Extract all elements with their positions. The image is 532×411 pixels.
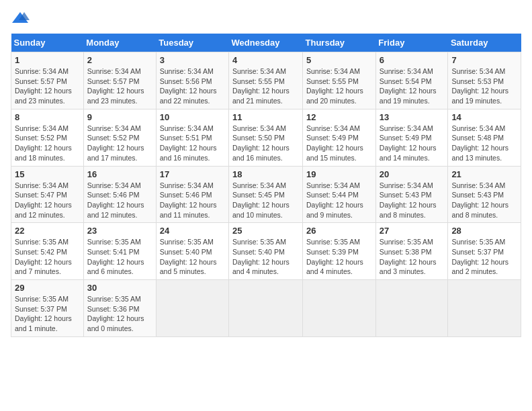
calendar-week-row: 8 Sunrise: 5:34 AM Sunset: 5:52 PM Dayli… — [11, 109, 521, 166]
weekday-header-thursday: Thursday — [303, 34, 376, 52]
day-number: 26 — [306, 226, 372, 236]
calendar-cell: 9 Sunrise: 5:34 AM Sunset: 5:52 PM Dayli… — [83, 109, 156, 166]
day-detail: Sunrise: 5:35 AM Sunset: 5:41 PM Dayligh… — [87, 237, 152, 277]
day-detail: Sunrise: 5:35 AM Sunset: 5:37 PM Dayligh… — [15, 294, 80, 334]
day-detail: Sunrise: 5:34 AM Sunset: 5:56 PM Dayligh… — [160, 66, 225, 106]
day-detail: Sunrise: 5:35 AM Sunset: 5:38 PM Dayligh… — [380, 237, 445, 277]
calendar-cell: 16 Sunrise: 5:34 AM Sunset: 5:46 PM Dayl… — [83, 166, 156, 223]
calendar-cell: 19 Sunrise: 5:34 AM Sunset: 5:44 PM Dayl… — [303, 166, 376, 223]
day-number: 12 — [306, 112, 372, 122]
calendar-cell: 10 Sunrise: 5:34 AM Sunset: 5:51 PM Dayl… — [156, 109, 228, 166]
day-detail: Sunrise: 5:34 AM Sunset: 5:55 PM Dayligh… — [306, 66, 372, 106]
calendar-body: 1 Sunrise: 5:34 AM Sunset: 5:57 PM Dayli… — [11, 52, 521, 337]
day-number: 22 — [15, 226, 80, 236]
logo — [11, 11, 32, 26]
weekday-header-wednesday: Wednesday — [229, 34, 303, 52]
day-number: 28 — [451, 226, 517, 236]
calendar-cell: 25 Sunrise: 5:35 AM Sunset: 5:40 PM Dayl… — [229, 223, 303, 280]
day-detail: Sunrise: 5:35 AM Sunset: 5:37 PM Dayligh… — [451, 237, 517, 277]
calendar-cell: 21 Sunrise: 5:34 AM Sunset: 5:43 PM Dayl… — [448, 166, 521, 223]
calendar-cell — [375, 280, 448, 337]
calendar-week-row: 15 Sunrise: 5:34 AM Sunset: 5:47 PM Dayl… — [11, 166, 521, 223]
calendar-cell: 15 Sunrise: 5:34 AM Sunset: 5:47 PM Dayl… — [11, 166, 84, 223]
day-detail: Sunrise: 5:35 AM Sunset: 5:40 PM Dayligh… — [160, 237, 225, 277]
day-detail: Sunrise: 5:34 AM Sunset: 5:51 PM Dayligh… — [160, 124, 225, 163]
day-number: 23 — [87, 226, 152, 236]
calendar-cell — [448, 280, 521, 337]
day-detail: Sunrise: 5:34 AM Sunset: 5:54 PM Dayligh… — [380, 66, 445, 106]
weekday-header-saturday: Saturday — [448, 34, 521, 52]
calendar-cell: 8 Sunrise: 5:34 AM Sunset: 5:52 PM Dayli… — [11, 109, 84, 166]
day-number: 17 — [160, 169, 225, 179]
weekday-header-sunday: Sunday — [11, 34, 84, 52]
day-number: 15 — [15, 169, 80, 179]
calendar-cell: 11 Sunrise: 5:34 AM Sunset: 5:50 PM Dayl… — [229, 109, 303, 166]
day-number: 5 — [306, 55, 372, 65]
day-detail: Sunrise: 5:34 AM Sunset: 5:50 PM Dayligh… — [232, 124, 299, 163]
day-detail: Sunrise: 5:35 AM Sunset: 5:39 PM Dayligh… — [306, 237, 372, 277]
day-number: 13 — [380, 112, 445, 122]
calendar-cell: 20 Sunrise: 5:34 AM Sunset: 5:43 PM Dayl… — [375, 166, 448, 223]
calendar-cell: 23 Sunrise: 5:35 AM Sunset: 5:41 PM Dayl… — [83, 223, 156, 280]
day-detail: Sunrise: 5:34 AM Sunset: 5:52 PM Dayligh… — [87, 124, 152, 163]
calendar-cell: 2 Sunrise: 5:34 AM Sunset: 5:57 PM Dayli… — [83, 52, 156, 109]
calendar-cell: 1 Sunrise: 5:34 AM Sunset: 5:57 PM Dayli… — [11, 52, 84, 109]
calendar-week-row: 1 Sunrise: 5:34 AM Sunset: 5:57 PM Dayli… — [11, 52, 521, 109]
day-detail: Sunrise: 5:34 AM Sunset: 5:47 PM Dayligh… — [15, 181, 80, 220]
weekday-header-row: SundayMondayTuesdayWednesdayThursdayFrid… — [11, 34, 521, 52]
calendar-cell: 29 Sunrise: 5:35 AM Sunset: 5:37 PM Dayl… — [11, 280, 84, 337]
day-number: 14 — [451, 112, 517, 122]
logo-icon — [11, 11, 30, 26]
day-detail: Sunrise: 5:34 AM Sunset: 5:43 PM Dayligh… — [451, 181, 517, 220]
day-number: 2 — [87, 55, 152, 65]
day-number: 29 — [15, 283, 80, 293]
calendar-cell: 27 Sunrise: 5:35 AM Sunset: 5:38 PM Dayl… — [375, 223, 448, 280]
day-detail: Sunrise: 5:35 AM Sunset: 5:36 PM Dayligh… — [87, 294, 152, 334]
calendar-cell: 13 Sunrise: 5:34 AM Sunset: 5:49 PM Dayl… — [375, 109, 448, 166]
day-number: 19 — [306, 169, 372, 179]
day-number: 24 — [160, 226, 225, 236]
calendar-cell — [229, 280, 303, 337]
calendar-header: SundayMondayTuesdayWednesdayThursdayFrid… — [11, 34, 521, 52]
day-number: 7 — [451, 55, 517, 65]
day-detail: Sunrise: 5:34 AM Sunset: 5:55 PM Dayligh… — [232, 66, 299, 106]
day-number: 16 — [87, 169, 152, 179]
calendar-cell: 5 Sunrise: 5:34 AM Sunset: 5:55 PM Dayli… — [303, 52, 376, 109]
day-detail: Sunrise: 5:34 AM Sunset: 5:46 PM Dayligh… — [87, 181, 152, 220]
day-number: 27 — [380, 226, 445, 236]
day-detail: Sunrise: 5:34 AM Sunset: 5:44 PM Dayligh… — [306, 181, 372, 220]
calendar-cell: 6 Sunrise: 5:34 AM Sunset: 5:54 PM Dayli… — [375, 52, 448, 109]
day-detail: Sunrise: 5:34 AM Sunset: 5:45 PM Dayligh… — [232, 181, 299, 220]
day-number: 4 — [232, 55, 299, 65]
day-number: 3 — [160, 55, 225, 65]
calendar-week-row: 29 Sunrise: 5:35 AM Sunset: 5:37 PM Dayl… — [11, 280, 521, 337]
day-number: 20 — [380, 169, 445, 179]
weekday-header-monday: Monday — [83, 34, 156, 52]
calendar-cell: 22 Sunrise: 5:35 AM Sunset: 5:42 PM Dayl… — [11, 223, 84, 280]
calendar-cell: 24 Sunrise: 5:35 AM Sunset: 5:40 PM Dayl… — [156, 223, 228, 280]
page-header — [11, 11, 521, 26]
day-number: 11 — [232, 112, 299, 122]
day-detail: Sunrise: 5:34 AM Sunset: 5:57 PM Dayligh… — [15, 66, 80, 106]
day-number: 6 — [380, 55, 445, 65]
calendar-cell: 28 Sunrise: 5:35 AM Sunset: 5:37 PM Dayl… — [448, 223, 521, 280]
day-number: 25 — [232, 226, 299, 236]
calendar-cell — [156, 280, 228, 337]
calendar-cell: 30 Sunrise: 5:35 AM Sunset: 5:36 PM Dayl… — [83, 280, 156, 337]
day-detail: Sunrise: 5:35 AM Sunset: 5:42 PM Dayligh… — [15, 237, 80, 277]
day-detail: Sunrise: 5:34 AM Sunset: 5:49 PM Dayligh… — [380, 124, 445, 163]
calendar-cell: 18 Sunrise: 5:34 AM Sunset: 5:45 PM Dayl… — [229, 166, 303, 223]
calendar-cell: 14 Sunrise: 5:34 AM Sunset: 5:48 PM Dayl… — [448, 109, 521, 166]
calendar-cell: 12 Sunrise: 5:34 AM Sunset: 5:49 PM Dayl… — [303, 109, 376, 166]
calendar-cell: 3 Sunrise: 5:34 AM Sunset: 5:56 PM Dayli… — [156, 52, 228, 109]
day-detail: Sunrise: 5:34 AM Sunset: 5:49 PM Dayligh… — [306, 124, 372, 163]
day-detail: Sunrise: 5:34 AM Sunset: 5:48 PM Dayligh… — [451, 124, 517, 163]
calendar-cell — [303, 280, 376, 337]
calendar-week-row: 22 Sunrise: 5:35 AM Sunset: 5:42 PM Dayl… — [11, 223, 521, 280]
day-detail: Sunrise: 5:34 AM Sunset: 5:43 PM Dayligh… — [380, 181, 445, 220]
day-number: 1 — [15, 55, 80, 65]
calendar-cell: 26 Sunrise: 5:35 AM Sunset: 5:39 PM Dayl… — [303, 223, 376, 280]
day-detail: Sunrise: 5:34 AM Sunset: 5:53 PM Dayligh… — [451, 66, 517, 106]
calendar-cell: 4 Sunrise: 5:34 AM Sunset: 5:55 PM Dayli… — [229, 52, 303, 109]
day-detail: Sunrise: 5:35 AM Sunset: 5:40 PM Dayligh… — [232, 237, 299, 277]
